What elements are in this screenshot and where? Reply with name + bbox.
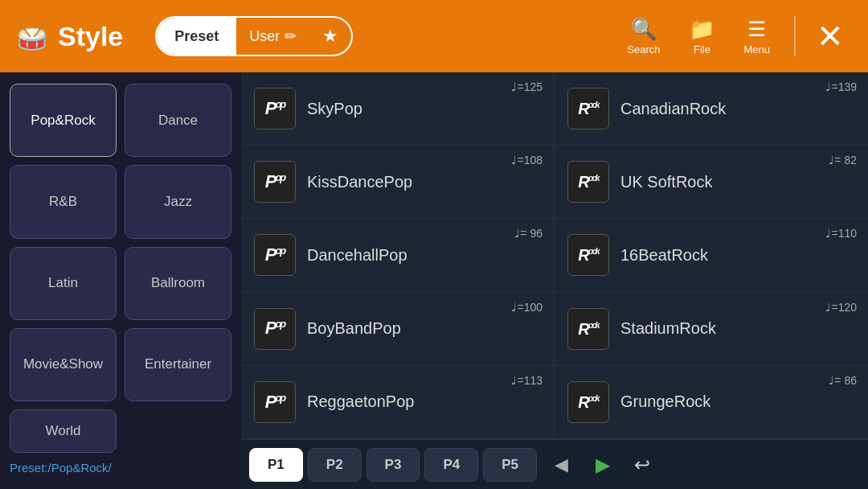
file-label: File — [694, 43, 710, 55]
rock-badge: Rock — [567, 161, 609, 203]
song-bpm-2: ♩=139 — [825, 80, 857, 93]
sidebar-item-entertainer[interactable]: Entertainer — [125, 328, 231, 401]
song-item-5[interactable]: PopDancehallPop♩= 96 — [241, 219, 555, 292]
file-icon: 📁 — [689, 17, 714, 42]
close-button[interactable]: ✕ — [809, 20, 852, 52]
sidebar-item-world[interactable]: World — [10, 409, 117, 453]
user-label: User — [249, 28, 280, 45]
menu-icon: ☰ — [747, 17, 766, 42]
favorites-button[interactable]: ★ — [309, 18, 351, 55]
status-bar: Preset:/Pop&Rock/ — [10, 461, 231, 478]
edit-icon: ✏ — [285, 27, 297, 45]
sidebar-item-latin[interactable]: Latin — [10, 247, 117, 320]
page-button-p2[interactable]: P2 — [308, 448, 362, 482]
header-divider — [794, 16, 796, 56]
song-bpm-1: ♩=125 — [511, 80, 542, 93]
song-item-9[interactable]: PopReggaetonPop♩=113 — [241, 366, 555, 439]
song-name-6: 16BeatRock — [620, 246, 708, 265]
drum-icon: 🥁 — [16, 21, 48, 51]
sidebar-item-rnb[interactable]: R&B — [10, 165, 117, 238]
song-bpm-7: ♩=100 — [511, 301, 542, 314]
song-name-8: StadiumRock — [620, 319, 716, 338]
song-bpm-8: ♩=120 — [825, 301, 857, 314]
sidebar: Pop&RockDanceR&BJazzLatinBallroomMovie&S… — [0, 72, 241, 489]
page-button-p3[interactable]: P3 — [366, 448, 420, 482]
pop-badge: Pop — [254, 161, 296, 203]
song-bpm-10: ♩= 86 — [829, 374, 857, 387]
page-button-p5[interactable]: P5 — [483, 448, 537, 482]
pop-badge: Pop — [254, 308, 296, 350]
play-button[interactable]: ▶ — [586, 447, 620, 483]
song-bpm-6: ♩=110 — [825, 227, 857, 240]
sidebar-item-ballroom[interactable]: Ballroom — [125, 247, 231, 320]
user-button[interactable]: User ✏ — [236, 18, 309, 55]
logo-area: 🥁 Style — [16, 21, 123, 52]
sidebar-item-dance[interactable]: Dance — [125, 84, 231, 157]
song-name-9: ReggaetonPop — [307, 392, 414, 411]
rock-badge: Rock — [567, 88, 609, 129]
song-item-1[interactable]: PopSkyPop♩=125 — [241, 72, 555, 146]
file-button[interactable]: 📁 File — [678, 10, 726, 62]
song-name-1: SkyPop — [307, 100, 362, 118]
song-name-2: CanadianRock — [620, 100, 726, 118]
page-button-p1[interactable]: P1 — [249, 448, 303, 482]
search-icon: 🔍 — [631, 17, 657, 42]
song-name-5: DancehallPop — [307, 246, 407, 265]
song-name-4: UK SoftRock — [620, 173, 712, 191]
return-button[interactable]: ↩ — [624, 447, 660, 483]
song-item-8[interactable]: RockStadiumRock♩=120 — [555, 293, 868, 366]
header-right-controls: 🔍 Search 📁 File ☰ Menu ✕ — [616, 10, 852, 62]
song-name-3: KissDancePop — [307, 173, 412, 191]
main-area: Pop&RockDanceR&BJazzLatinBallroomMovie&S… — [0, 72, 868, 489]
song-item-4[interactable]: RockUK SoftRock♩= 82 — [555, 146, 868, 219]
preset-user-group: Preset User ✏ ★ — [155, 16, 353, 56]
rock-badge: Rock — [567, 381, 609, 423]
search-button[interactable]: 🔍 Search — [616, 10, 671, 62]
content-area: PopSkyPop♩=125RockCanadianRock♩=139PopKi… — [241, 72, 868, 489]
prev-page-button[interactable]: ◀ — [545, 448, 578, 482]
rock-badge: Rock — [567, 234, 609, 276]
menu-button[interactable]: ☰ Menu — [732, 10, 781, 62]
song-item-10[interactable]: RockGrungeRock♩= 86 — [555, 366, 868, 439]
header: 🥁 Style Preset User ✏ ★ 🔍 Search 📁 File … — [0, 0, 868, 72]
song-name-10: GrungeRock — [620, 392, 710, 411]
status-text: Preset:/Pop&Rock/ — [10, 461, 112, 475]
sidebar-item-pop-rock[interactable]: Pop&Rock — [10, 84, 117, 157]
sidebar-item-movie-show[interactable]: Movie&Show — [10, 328, 117, 401]
pop-badge: Pop — [254, 234, 296, 276]
song-item-6[interactable]: Rock16BeatRock♩=110 — [555, 219, 868, 292]
song-list: PopSkyPop♩=125RockCanadianRock♩=139PopKi… — [241, 72, 868, 439]
song-name-7: BoyBandPop — [307, 319, 401, 338]
song-bpm-5: ♩= 96 — [514, 227, 542, 240]
song-item-3[interactable]: PopKissDancePop♩=108 — [241, 146, 555, 219]
app-title: Style — [58, 21, 123, 52]
song-bpm-4: ♩= 82 — [829, 154, 857, 166]
menu-label: Menu — [743, 43, 770, 55]
rock-badge: Rock — [567, 308, 609, 350]
preset-button[interactable]: Preset — [157, 18, 236, 55]
pop-badge: Pop — [254, 88, 296, 129]
song-item-2[interactable]: RockCanadianRock♩=139 — [555, 72, 868, 146]
search-label: Search — [627, 43, 660, 55]
song-bpm-3: ♩=108 — [511, 154, 542, 166]
pop-badge: Pop — [254, 381, 296, 423]
page-button-p4[interactable]: P4 — [424, 448, 478, 482]
sidebar-item-jazz[interactable]: Jazz — [125, 165, 231, 238]
pagination: P1P2P3P4P5◀▶↩ — [241, 439, 868, 489]
song-item-7[interactable]: PopBoyBandPop♩=100 — [241, 293, 555, 366]
song-bpm-9: ♩=113 — [511, 374, 542, 387]
